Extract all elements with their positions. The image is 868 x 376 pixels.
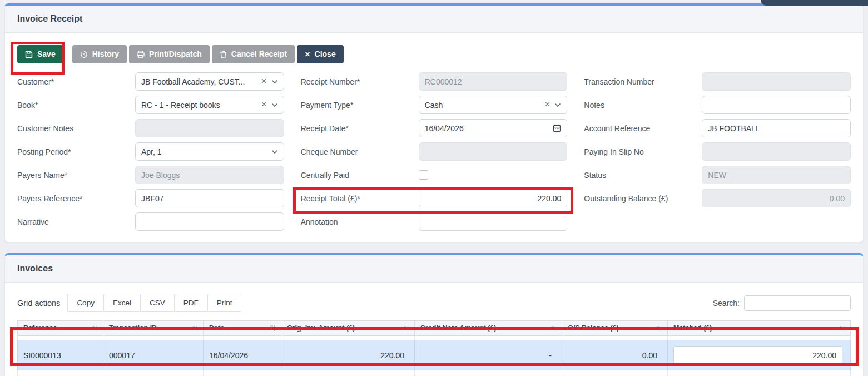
annotation-input[interactable] [419, 212, 568, 231]
outstanding-balance-input: 0.00 [702, 189, 851, 207]
toolbar: Save History Print/Dispatch Cancel Recei… [17, 45, 851, 63]
field-posting-period: Posting Period* Apr, 1 [17, 142, 284, 161]
history-icon [80, 51, 88, 58]
receipt-date-input[interactable]: 16/04/2026 [419, 119, 568, 137]
field-receipt-date: Receipt Date* 16/04/2026 [301, 119, 568, 137]
cell-reference: SI0000013 [17, 340, 103, 370]
account-reference-input[interactable] [702, 119, 851, 137]
calendar-icon[interactable] [553, 124, 561, 132]
centrally-paid-label: Centrally Paid [301, 171, 419, 180]
cancel-receipt-label: Cancel Receipt [231, 50, 287, 59]
payers-reference-input[interactable] [135, 189, 284, 207]
sort-icon[interactable] [656, 325, 663, 332]
chevron-down-icon[interactable] [554, 103, 561, 107]
field-payers-reference: Payers Reference* [17, 189, 284, 207]
col-header-matched[interactable]: Matched (£) [668, 321, 851, 335]
printer-icon [137, 51, 145, 58]
field-paying-in-slip: Paying In Slip No [584, 142, 851, 161]
field-customer: Customer* JB Football Academy, CUST... × [17, 72, 284, 91]
receipt-date-value: 16/04/2026 [425, 124, 553, 133]
print-button[interactable]: Print [207, 294, 242, 312]
outstanding-balance-label: Outstanding Balance (£) [584, 194, 702, 203]
search-input[interactable] [744, 295, 851, 311]
cancel-receipt-button[interactable]: Cancel Receipt [212, 45, 295, 63]
status-input: NEW [702, 166, 851, 184]
field-centrally-paid: Centrally Paid [301, 166, 568, 184]
cell-transaction-id: 000017 [103, 340, 204, 370]
table-row[interactable]: SI0000013 000017 16/04/2026 220.00 - 0.0… [17, 340, 851, 370]
payers-name-value: Joe Bloggs [141, 171, 278, 180]
field-payment-type: Payment Type* Cash × [301, 96, 568, 114]
cell-credit-note-amount: - [415, 340, 562, 370]
col-header-reference[interactable]: Reference [17, 321, 103, 335]
field-account-reference: Account Reference [584, 119, 851, 137]
posting-period-select[interactable]: Apr, 1 [135, 142, 284, 161]
notes-label: Notes [584, 101, 702, 110]
receipt-total-label: Receipt Total (£)* [301, 194, 419, 203]
field-status: Status NEW [584, 166, 851, 184]
chevron-down-icon[interactable] [271, 80, 278, 84]
sort-icon[interactable] [192, 325, 199, 332]
field-receipt-total: Receipt Total (£)* [301, 189, 568, 207]
clear-icon[interactable]: × [259, 76, 271, 87]
chevron-down-icon[interactable] [271, 103, 278, 107]
invoices-panel: Invoices Grid actions Copy Excel CSV PDF… [4, 253, 864, 376]
book-select[interactable]: RC - 1 - Receipt books × [135, 96, 284, 114]
print-dispatch-button[interactable]: Print/Dispatch [129, 45, 210, 63]
customer-select[interactable]: JB Football Academy, CUST... × [135, 72, 284, 91]
cropped-header-fragment [761, 0, 868, 6]
excel-button[interactable]: Excel [103, 294, 141, 312]
notes-input[interactable] [702, 96, 851, 114]
col-header-os-balance[interactable]: O/S Balance (£) [562, 321, 668, 335]
sort-icon[interactable] [92, 325, 98, 332]
status-value: NEW [708, 171, 845, 180]
field-payers-name: Payers Name* Joe Bloggs [17, 166, 284, 184]
transaction-number-label: Transaction Number [584, 77, 702, 86]
receipt-number-value: RC000012 [425, 77, 562, 86]
paying-in-slip-input [702, 142, 851, 161]
col-header-orig-inv-amount[interactable]: Orig. Inv. Amount (£) [281, 321, 415, 335]
field-annotation: Annotation [301, 212, 568, 231]
book-value: RC - 1 - Receipt books [141, 101, 259, 110]
field-transaction-number: Transaction Number [584, 72, 851, 91]
pdf-button[interactable]: PDF [174, 294, 208, 312]
save-button[interactable]: Save [17, 45, 63, 63]
cell-matched [668, 340, 851, 370]
outstanding-balance-value: 0.00 [830, 194, 845, 203]
sort-icon[interactable] [403, 325, 410, 332]
print-dispatch-label: Print/Dispatch [149, 50, 202, 59]
customer-notes-input [135, 119, 284, 137]
search-area: Search: [713, 295, 851, 311]
payers-name-label: Payers Name* [17, 171, 135, 180]
sort-icon[interactable] [550, 325, 557, 332]
payment-type-select[interactable]: Cash × [419, 96, 568, 114]
clear-icon[interactable]: × [542, 100, 554, 110]
cell-orig-inv-amount: 220.00 [281, 340, 415, 370]
annotation-label: Annotation [301, 217, 419, 226]
cheque-number-label: Cheque Number [301, 147, 419, 156]
field-cheque-number: Cheque Number [301, 142, 568, 161]
cell-date: 16/04/2026 [204, 340, 281, 370]
form-column-3: Transaction Number Notes Account Referen… [584, 72, 851, 231]
page-title: Invoice Receipt [17, 14, 82, 23]
field-notes: Notes [584, 96, 851, 114]
sort-icon[interactable] [839, 325, 846, 332]
book-label: Book* [17, 101, 135, 110]
history-button[interactable]: History [72, 45, 127, 63]
close-button[interactable]: × Close [297, 45, 343, 63]
field-receipt-number: Receipt Number* RC000012 [301, 72, 568, 91]
clear-icon[interactable]: × [259, 100, 271, 110]
receipt-total-input[interactable] [419, 189, 568, 207]
csv-button[interactable]: CSV [140, 294, 175, 312]
sort-desc-icon[interactable] [269, 325, 276, 332]
narrative-input[interactable] [135, 212, 284, 231]
col-header-credit-note-amount[interactable]: Credit Note Amount (£) [415, 321, 562, 335]
chevron-down-icon[interactable] [271, 150, 278, 154]
payment-type-label: Payment Type* [301, 101, 419, 110]
centrally-paid-checkbox[interactable] [419, 170, 428, 180]
col-header-transaction-id[interactable]: Transaction ID [103, 321, 204, 335]
copy-button[interactable]: Copy [67, 294, 104, 312]
col-header-date[interactable]: Date [204, 321, 281, 335]
matched-input[interactable] [673, 346, 842, 364]
table-header-row: Reference Transaction ID Date Orig. Inv.… [17, 320, 851, 336]
